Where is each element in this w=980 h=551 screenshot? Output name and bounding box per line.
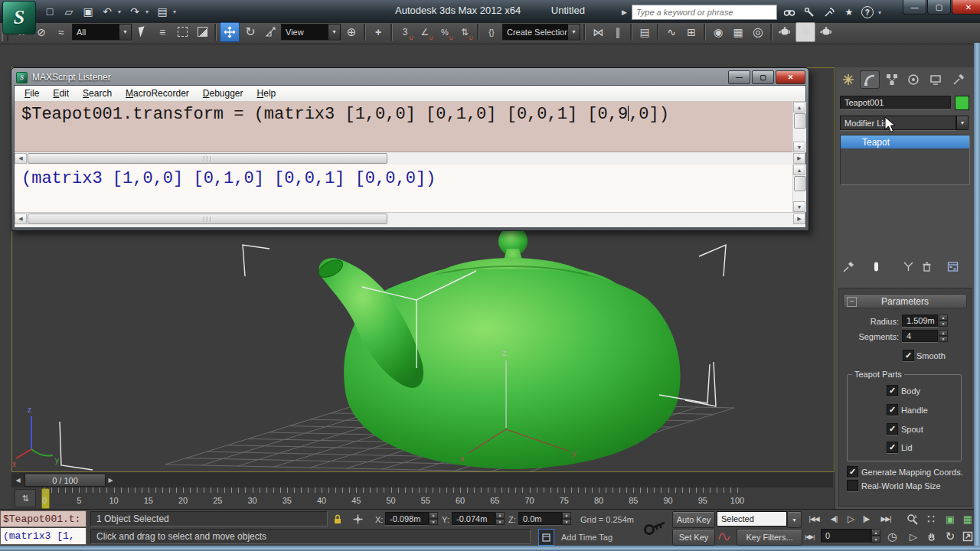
- manipulate-icon[interactable]: [369, 23, 387, 41]
- output-horizontal-scrollbar[interactable]: ◀ ▶: [15, 212, 805, 225]
- key-filters-button[interactable]: Key Filters...: [737, 529, 802, 546]
- help-dropdown-icon[interactable]: ▾: [878, 9, 884, 16]
- maxscript-listener-window[interactable]: MAXScript Listener — ▢ ✕ File Edit Searc…: [11, 67, 809, 231]
- go-start-icon[interactable]: [805, 511, 822, 527]
- listener-macro-recorder-pane[interactable]: $Teapot001.transform = (matrix3 [1,0,0] …: [15, 102, 792, 152]
- project-toolbar-icon[interactable]: [154, 3, 171, 20]
- listener-menu-debugger[interactable]: Debugger: [196, 86, 250, 100]
- input-vertical-scrollbar[interactable]: ▲ ▼: [792, 102, 806, 152]
- open-file-icon[interactable]: [60, 3, 77, 20]
- go-end-icon[interactable]: [877, 511, 894, 527]
- toolbar-dropdown-icon[interactable]: ▾: [173, 8, 179, 15]
- z-spinner[interactable]: ▲▼: [562, 512, 571, 525]
- listener-menu-edit[interactable]: Edit: [46, 86, 76, 100]
- reference-coordinate-combo[interactable]: View ▼: [281, 24, 341, 41]
- key-mode-arrow-icon[interactable]: ▼: [787, 511, 802, 528]
- listener-output-pane[interactable]: (matrix3 [1,0,0] [0,1,0] [0,0,1] [0,0,0]…: [15, 165, 792, 212]
- slider-next-icon[interactable]: ▶: [106, 474, 116, 485]
- render-last-icon[interactable]: [817, 23, 835, 41]
- z-coordinate-field[interactable]: 0.0m: [518, 512, 562, 525]
- render-setup-icon[interactable]: [749, 23, 767, 41]
- communication-center-icon[interactable]: [822, 5, 837, 19]
- key-mode-icon[interactable]: [801, 529, 818, 544]
- layers-icon[interactable]: [635, 23, 654, 41]
- tab-utilities[interactable]: [949, 70, 969, 89]
- remove-modifier-icon[interactable]: [918, 259, 935, 274]
- snap-3d-icon[interactable]: [396, 23, 414, 41]
- configure-modifier-sets-icon[interactable]: [944, 259, 961, 274]
- snap-angle-icon[interactable]: [416, 23, 434, 41]
- radius-field[interactable]: 1.509m: [902, 315, 938, 327]
- schematic-view-icon[interactable]: [682, 23, 701, 41]
- mini-curve-editor-icon[interactable]: [15, 489, 36, 507]
- pin-stack-icon[interactable]: [840, 259, 857, 274]
- save-file-icon[interactable]: [80, 3, 96, 20]
- select-by-name-icon[interactable]: [153, 23, 172, 41]
- tab-display[interactable]: [926, 70, 946, 89]
- key-mode-dropdown[interactable]: Selected: [717, 511, 787, 527]
- frame-spinner[interactable]: ▲▼: [871, 529, 880, 543]
- modifier-stack[interactable]: Teapot: [840, 135, 970, 185]
- undo-icon[interactable]: [99, 3, 116, 20]
- pivot-center-icon[interactable]: [342, 23, 361, 41]
- new-scene-icon[interactable]: [41, 3, 58, 20]
- auto-key-button[interactable]: Auto Key: [672, 511, 715, 528]
- frame-slider-track[interactable]: ◀ 0 / 100 ▶: [11, 472, 833, 488]
- maximize-button[interactable]: ▢: [927, 0, 951, 15]
- set-key-button[interactable]: Set Key: [672, 529, 715, 546]
- selection-lock-icon[interactable]: [329, 511, 346, 527]
- spout-checkbox[interactable]: ✓: [887, 423, 898, 435]
- zoom-icon[interactable]: ±: [903, 511, 920, 527]
- tab-create[interactable]: [838, 70, 858, 89]
- select-object-icon[interactable]: [133, 23, 152, 41]
- x-spinner[interactable]: ▲▼: [429, 512, 438, 525]
- minimize-button[interactable]: —: [903, 0, 926, 15]
- tab-motion[interactable]: [903, 70, 923, 89]
- set-keys-icon[interactable]: [642, 514, 668, 540]
- segments-spinner[interactable]: ▲▼: [939, 330, 948, 342]
- prev-frame-icon[interactable]: [825, 511, 842, 527]
- close-button[interactable]: ✕: [952, 0, 980, 15]
- window-crossing-icon[interactable]: [193, 23, 211, 41]
- slider-prev-icon[interactable]: ◀: [13, 474, 23, 485]
- object-name-field[interactable]: Teapot001: [840, 96, 951, 109]
- listener-menu-file[interactable]: File: [18, 86, 46, 100]
- combo-arrow-icon[interactable]: ▼: [119, 24, 131, 40]
- y-spinner[interactable]: ▲▼: [495, 512, 505, 525]
- tab-hierarchy[interactable]: [882, 70, 902, 89]
- object-color-swatch[interactable]: [955, 96, 969, 110]
- snap-percent-icon[interactable]: [436, 23, 454, 41]
- modifier-list-dropdown[interactable]: Modifier List: [840, 116, 956, 130]
- input-horizontal-scrollbar[interactable]: ◀ ▶: [15, 152, 805, 165]
- listener-maximize-button[interactable]: ▢: [752, 70, 774, 84]
- snap-spinner-icon[interactable]: [456, 23, 474, 41]
- real-world-map-size-checkbox[interactable]: [847, 480, 858, 491]
- body-checkbox[interactable]: ✓: [887, 385, 898, 396]
- tab-modify[interactable]: [860, 70, 880, 89]
- parameters-rollout-header[interactable]: – Parameters: [843, 294, 967, 308]
- track-bar-ruler[interactable]: 0510152025303540455055606570758085909510…: [11, 487, 833, 510]
- segments-field[interactable]: 4: [902, 330, 938, 342]
- rectangular-selection-region-icon[interactable]: [173, 23, 191, 41]
- zoom-all-icon[interactable]: [923, 511, 939, 527]
- radius-spinner[interactable]: ▲▼: [939, 315, 948, 327]
- absolute-offset-mode-icon[interactable]: [349, 511, 366, 527]
- search-binoculars-icon[interactable]: [782, 5, 797, 19]
- material-editor-icon[interactable]: [709, 23, 727, 41]
- listener-menu-help[interactable]: Help: [250, 86, 283, 100]
- curve-editor-icon[interactable]: [662, 23, 681, 41]
- render-production-icon[interactable]: [776, 23, 794, 41]
- application-menu-button[interactable]: [2, 1, 36, 34]
- listener-title-bar[interactable]: MAXScript Listener — ▢ ✕: [11, 68, 808, 86]
- redo-icon[interactable]: [126, 3, 143, 20]
- undo-dropdown-icon[interactable]: ▾: [118, 8, 124, 15]
- orbit-icon[interactable]: [942, 529, 959, 544]
- output-vertical-scrollbar[interactable]: ▲ ▼: [792, 165, 806, 212]
- add-time-tag[interactable]: Add Time Tag: [561, 533, 612, 542]
- smooth-checkbox[interactable]: ✓: [903, 350, 914, 361]
- lid-checkbox[interactable]: ✓: [887, 442, 898, 453]
- x-coordinate-field[interactable]: -0.098m: [385, 512, 429, 525]
- selection-filter-combo[interactable]: All ▼: [72, 24, 132, 41]
- zoom-extents-icon[interactable]: [942, 511, 959, 527]
- bind-spacewarp-icon[interactable]: [52, 23, 70, 41]
